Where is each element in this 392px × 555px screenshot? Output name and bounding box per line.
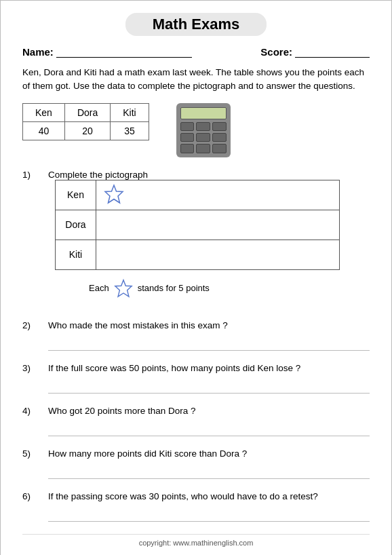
q2-num: 2): [22, 320, 37, 330]
calc-btn-1: [180, 122, 195, 131]
pictograph-label-dora: Dora: [56, 210, 96, 240]
pictograph-row-dora: Dora: [56, 210, 340, 240]
questions-list: 1) Complete the pictograph Ken: [22, 170, 370, 522]
svg-marker-1: [115, 280, 131, 296]
q3-text: If the full score was 50 points, how man…: [48, 363, 370, 394]
page-title: Math Exams: [125, 13, 267, 36]
question-3: 3) If the full score was 50 points, how …: [22, 363, 370, 394]
q6-answer-line[interactable]: [48, 503, 370, 522]
header-dora: Dora: [64, 103, 110, 121]
q4-answer-line[interactable]: [48, 417, 370, 436]
q3-num: 3): [22, 363, 37, 373]
pictograph-row-kiti: Kiti: [56, 240, 340, 269]
score-underline[interactable]: [295, 45, 370, 58]
title-bar: Math Exams: [22, 13, 370, 36]
calc-btn-2: [196, 122, 210, 131]
question-2: 2) Who made the most mistakes in this ex…: [22, 320, 370, 351]
name-field: Name:: [22, 45, 192, 58]
q5-answer-line[interactable]: [48, 460, 370, 479]
q3-answer-line[interactable]: [48, 375, 370, 394]
q4-text: Who got 20 points more than Dora ?: [48, 406, 370, 436]
key-star-icon: [113, 278, 134, 299]
question-5: 5) How many more points did Kiti score t…: [22, 448, 370, 479]
q1-num: 1): [22, 170, 37, 180]
q5-num: 5): [22, 448, 37, 459]
q6-num: 6): [22, 491, 37, 501]
calc-btn-3: [212, 122, 227, 131]
name-underline[interactable]: [56, 45, 192, 58]
q4-num: 4): [22, 406, 37, 416]
worksheet-page: Math Exams Name: Score: Ken, Dora and Ki…: [0, 0, 392, 555]
calc-btn-4: [180, 133, 195, 142]
header-ken: Ken: [23, 103, 65, 121]
top-section: Ken Dora Kiti 40 20 35: [22, 103, 370, 157]
star-ken-1: [103, 183, 125, 205]
name-score-row: Name: Score:: [22, 45, 370, 58]
pictograph-label-kiti: Kiti: [56, 240, 96, 269]
score-field: Score:: [260, 45, 370, 58]
header-kiti: Kiti: [111, 103, 149, 121]
copyright: copyright: www.mathinenglish.com: [22, 534, 370, 547]
svg-marker-0: [105, 185, 123, 203]
question-1: 1) Complete the pictograph Ken: [22, 170, 370, 308]
key-text: stands for 5 points: [138, 283, 210, 293]
calc-btn-9: [212, 144, 227, 153]
score-label: Score:: [260, 46, 292, 58]
question-4: 4) Who got 20 points more than Dora ?: [22, 406, 370, 436]
calc-btn-7: [180, 144, 195, 153]
scores-table: Ken Dora Kiti 40 20 35: [22, 103, 149, 140]
intro-text: Ken, Dora and Kiti had a math exam last …: [22, 66, 370, 94]
each-label: Each: [89, 283, 109, 293]
pictograph-label-ken: Ken: [56, 180, 96, 210]
calc-btn-5: [196, 133, 210, 142]
value-kiti: 35: [111, 121, 149, 140]
value-dora: 20: [64, 121, 110, 140]
calc-btn-8: [196, 144, 210, 153]
q1-text: Complete the pictograph Ken: [48, 170, 370, 308]
calc-btn-6: [212, 133, 227, 142]
q2-text: Who made the most mistakes in this exam …: [48, 320, 370, 351]
pictograph-content-dora[interactable]: [96, 210, 340, 240]
calc-screen: [180, 107, 227, 119]
calculator-icon: [176, 103, 231, 157]
value-ken: 40: [23, 121, 65, 140]
pictograph-table: Ken Dora: [55, 180, 340, 270]
pictograph-key: Each stands for 5 points: [89, 278, 370, 299]
calc-buttons: [180, 122, 227, 153]
pictograph-content-kiti[interactable]: [96, 240, 340, 269]
q6-text: If the passing score was 30 points, who …: [48, 491, 370, 522]
q2-answer-line[interactable]: [48, 332, 370, 351]
q5-text: How many more points did Kiti score than…: [48, 448, 370, 479]
pictograph-content-ken[interactable]: [96, 180, 340, 210]
table-values-row: 40 20 35: [23, 121, 149, 140]
question-6: 6) If the passing score was 30 points, w…: [22, 491, 370, 522]
pictograph-row-ken: Ken: [56, 180, 340, 210]
name-label: Name:: [22, 46, 54, 58]
table-header-row: Ken Dora Kiti: [23, 103, 149, 121]
